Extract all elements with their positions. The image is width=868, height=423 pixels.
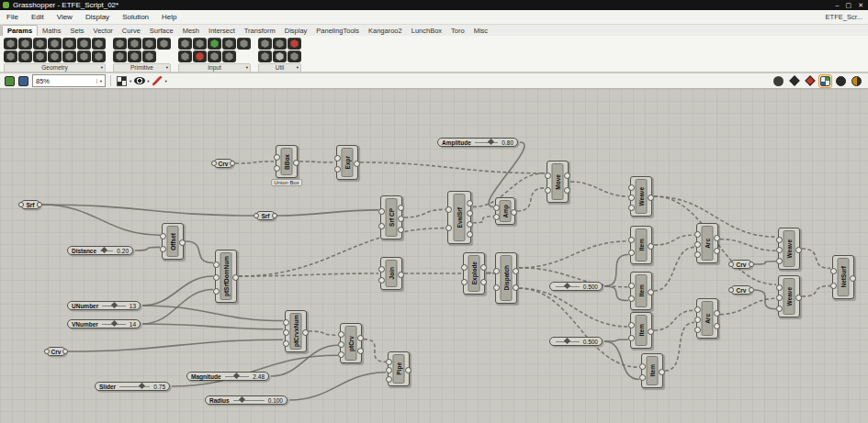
geometry-param-icon-2-7[interactable] [92, 50, 106, 62]
output-port[interactable] [795, 247, 802, 253]
input-port[interactable] [628, 195, 635, 201]
component-amp[interactable]: Amp [495, 197, 515, 225]
sketch-tool-icon[interactable] [4, 75, 16, 87]
input-port[interactable] [694, 251, 701, 258]
output-port[interactable] [513, 268, 519, 274]
input-port[interactable] [211, 161, 217, 166]
input-port[interactable] [338, 351, 344, 358]
menu-edit[interactable]: Edit [25, 10, 51, 24]
param-crv[interactable]: Crv [730, 260, 752, 269]
output-port[interactable] [648, 328, 654, 335]
tab-surface[interactable]: Surface [145, 26, 178, 36]
primitive-param-icon-1-3[interactable] [142, 38, 156, 50]
chevron-down-icon[interactable]: ▾ [147, 79, 149, 83]
input-param-icon-2-4[interactable] [222, 50, 236, 62]
tab-mesh[interactable]: Mesh [178, 26, 204, 36]
input-port[interactable] [776, 258, 783, 264]
output-port[interactable] [357, 335, 364, 341]
component-weave[interactable]: Weave [778, 228, 800, 270]
input-port[interactable] [213, 274, 220, 281]
input-port[interactable] [639, 363, 646, 370]
number-slider-0-500[interactable]: 0.500 [549, 282, 603, 291]
number-slider-vnumber[interactable]: VNumber14 [67, 319, 141, 328]
tab-curve[interactable]: Curve [118, 26, 145, 36]
input-port[interactable] [493, 268, 500, 274]
output-port[interactable] [480, 264, 487, 271]
component-join[interactable]: Join [380, 257, 402, 290]
input-port[interactable] [283, 319, 289, 326]
component-ptsrfdomnum[interactable]: ptSrfDomNum [215, 250, 237, 303]
markup-tool-icon[interactable] [17, 75, 29, 87]
input-port[interactable] [160, 233, 166, 239]
output-port[interactable] [467, 221, 473, 228]
menu-file[interactable]: File [0, 10, 25, 24]
input-port[interactable] [213, 288, 220, 295]
input-port[interactable] [334, 166, 341, 173]
input-port[interactable] [378, 277, 385, 284]
slider-grip[interactable] [239, 396, 245, 403]
component-expr[interactable]: Expr [336, 145, 358, 180]
output-port[interactable] [230, 161, 235, 166]
component-item[interactable]: Item [641, 353, 663, 388]
ribbon-group-label-input[interactable]: Input▾ [178, 63, 251, 72]
slider-grip[interactable] [564, 338, 570, 344]
close-button[interactable]: ✕ [858, 2, 863, 9]
output-port[interactable] [564, 187, 570, 194]
output-port[interactable] [749, 262, 754, 267]
input-param-icon-1-3[interactable] [208, 38, 221, 50]
tab-intersect[interactable]: Intersect [204, 26, 240, 36]
input-param-icon-2-3[interactable] [208, 50, 221, 62]
geometry-param-icon-1-1[interactable] [4, 38, 17, 50]
output-port[interactable] [648, 289, 654, 295]
input-port[interactable] [461, 279, 468, 285]
menu-view[interactable]: View [51, 10, 79, 24]
component-offset[interactable]: Offset [162, 223, 184, 260]
component-bbox[interactable]: BBoxUnion Box [276, 145, 298, 178]
slider-track[interactable] [225, 376, 250, 377]
input-port[interactable] [378, 266, 385, 273]
input-port[interactable] [628, 322, 635, 328]
geometry-param-icon-2-6[interactable] [77, 50, 91, 62]
maximize-button[interactable]: ▢ [846, 2, 852, 9]
component-item[interactable]: Item [630, 272, 652, 310]
input-param-icon-2-2[interactable] [193, 50, 207, 62]
geometry-param-icon-2-3[interactable] [33, 50, 47, 62]
output-port[interactable] [467, 231, 473, 238]
output-port[interactable] [795, 295, 802, 301]
param-srf[interactable]: Srf [255, 211, 276, 220]
chevron-down-icon[interactable]: ▾ [165, 79, 167, 83]
document-selector[interactable]: ETFE_Scr... [826, 13, 868, 21]
tab-display[interactable]: Display [280, 26, 312, 36]
output-port[interactable] [354, 161, 360, 167]
output-port[interactable] [398, 227, 404, 233]
input-param-icon-1-2[interactable] [193, 38, 207, 50]
slider-track[interactable] [119, 386, 150, 387]
number-slider-distance[interactable]: Distance0.20 [67, 246, 133, 255]
geometry-param-icon-1-3[interactable] [33, 38, 47, 50]
input-port[interactable] [628, 184, 635, 191]
output-port[interactable] [232, 274, 239, 281]
param-crv[interactable]: Crv [46, 347, 66, 356]
util-param-icon-1-1[interactable] [258, 38, 272, 50]
primitive-param-icon-2-1[interactable] [113, 50, 127, 62]
number-slider-magnitude[interactable]: Magnitude2.48 [186, 372, 269, 381]
input-port[interactable] [386, 376, 392, 383]
component-netsurf[interactable]: NetSurf [832, 255, 854, 299]
output-port[interactable] [648, 243, 654, 250]
input-port[interactable] [830, 268, 837, 274]
input-port[interactable] [776, 247, 783, 253]
input-param-icon-1-5[interactable] [237, 38, 251, 50]
preview-off-icon[interactable] [772, 75, 784, 87]
input-port[interactable] [274, 154, 280, 161]
slider-grip[interactable] [138, 383, 144, 389]
primitive-param-icon-1-1[interactable] [113, 38, 127, 50]
preview-eye-icon[interactable] [133, 75, 145, 87]
paint-wires-icon[interactable] [152, 75, 163, 87]
geometry-param-icon-1-6[interactable] [77, 38, 91, 50]
primitive-param-icon-2-3[interactable] [142, 50, 156, 62]
input-port[interactable] [493, 205, 500, 211]
output-port[interactable] [659, 369, 665, 375]
input-port[interactable] [639, 374, 646, 381]
input-port[interactable] [776, 306, 783, 312]
input-port[interactable] [274, 165, 280, 172]
